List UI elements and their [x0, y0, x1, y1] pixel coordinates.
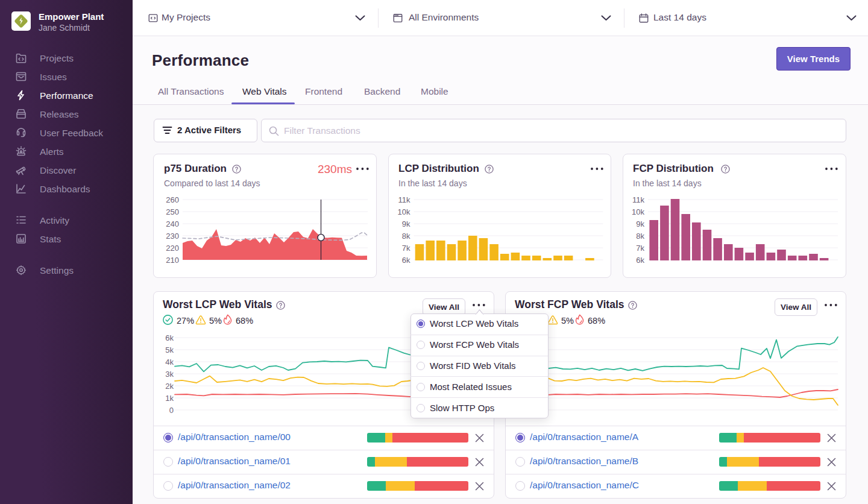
svg-text:220: 220: [166, 244, 179, 253]
svg-text:3k: 3k: [165, 370, 174, 379]
svg-text:250: 250: [166, 207, 179, 216]
svg-text:11k: 11k: [632, 195, 644, 204]
svg-text:4k: 4k: [165, 358, 174, 367]
svg-text:9k: 9k: [401, 219, 410, 228]
svg-text:0: 0: [169, 406, 174, 415]
svg-text:240: 240: [166, 219, 179, 228]
svg-text:8k: 8k: [401, 232, 410, 241]
svg-text:230: 230: [166, 232, 179, 241]
svg-text:8k: 8k: [636, 232, 644, 241]
svg-text:9k: 9k: [636, 219, 644, 228]
svg-text:1k: 1k: [165, 394, 174, 403]
svg-text:260: 260: [166, 195, 179, 204]
svg-text:10k: 10k: [632, 207, 644, 216]
svg-text:7k: 7k: [401, 244, 410, 253]
svg-text:10k: 10k: [397, 207, 410, 216]
svg-text:210: 210: [166, 256, 179, 265]
svg-text:2k: 2k: [165, 382, 174, 391]
svg-text:6k: 6k: [636, 256, 644, 265]
svg-text:6k: 6k: [165, 333, 174, 342]
svg-text:7k: 7k: [636, 244, 644, 253]
svg-text:6k: 6k: [401, 256, 410, 265]
svg-text:11k: 11k: [398, 195, 410, 204]
svg-text:5k: 5k: [165, 345, 174, 354]
